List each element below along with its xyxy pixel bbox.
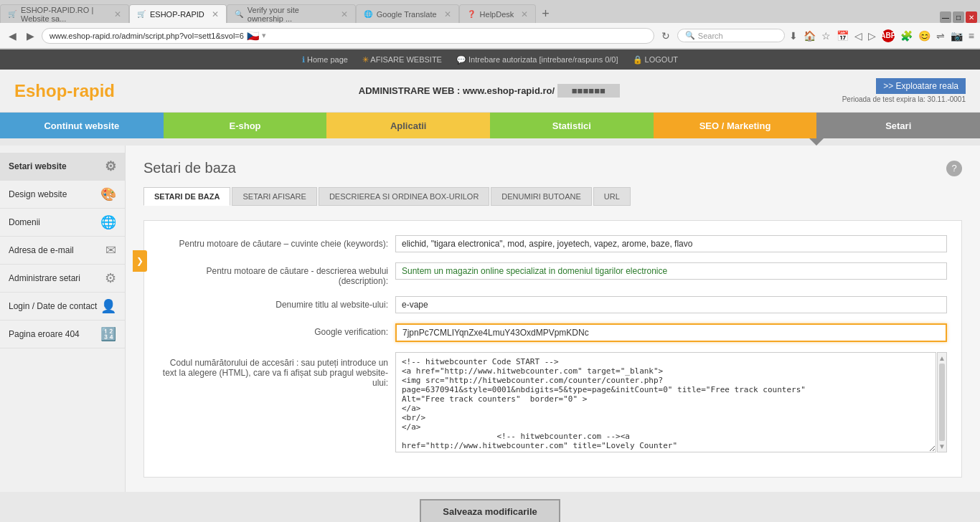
topnav-homepage-label: Home page bbox=[307, 55, 348, 64]
new-tab-button[interactable]: + bbox=[536, 4, 555, 23]
sync-icon[interactable]: ⇌ bbox=[936, 30, 945, 42]
counter-row: Codul numărătorului de accesări : sau pu… bbox=[159, 352, 947, 452]
header-right: >> Exploatare reala Perioada de test exp… bbox=[842, 78, 966, 103]
nav-tab-aplicatii[interactable]: Aplicatii bbox=[326, 113, 490, 138]
bookmark-icon[interactable]: ☆ bbox=[821, 30, 831, 42]
nav-tab-setari[interactable]: Setari bbox=[816, 113, 980, 138]
tab-setari-afisare[interactable]: SETARI AFISARE bbox=[232, 187, 316, 206]
search-box[interactable]: 🔍 Search bbox=[677, 29, 785, 42]
keywords-input[interactable] bbox=[395, 235, 947, 252]
email-icon: ✉ bbox=[105, 242, 116, 258]
addon-icon[interactable]: 🧩 bbox=[900, 30, 913, 42]
sidebar-item-adresa-email[interactable]: Adresa de e-mail ✉ bbox=[0, 237, 125, 265]
google-verification-field bbox=[395, 323, 947, 342]
history-icon[interactable]: 📅 bbox=[837, 30, 849, 42]
topnav-afisare-label: AFISARE WEBSITE bbox=[370, 55, 442, 64]
topnav-intrebare[interactable]: 💬 Intrebare autorizata [intrebare/raspun… bbox=[456, 55, 618, 65]
keywords-field bbox=[395, 235, 947, 252]
dropdown-icon[interactable]: ▾ bbox=[262, 31, 266, 40]
emoji-icon[interactable]: 😊 bbox=[918, 30, 930, 42]
tab-3-label: Verify your site ownership ... bbox=[248, 6, 334, 23]
browser-tab-1[interactable]: 🛒 ESHOP-RAPID.RO | Website sa... ✕ bbox=[0, 4, 129, 23]
sidebar-item-setari-website[interactable]: Setari website ⚙ bbox=[0, 153, 125, 181]
admin-label: ADMINISTRARE WEB : www.eshop-rapid.ro/ bbox=[359, 85, 555, 96]
sidebar-item-domenii[interactable]: Domenii 🌐 bbox=[0, 209, 125, 237]
tab-1-label: ESHOP-RAPID.RO | Website sa... bbox=[21, 6, 107, 23]
tab-5-label: HelpDesk bbox=[480, 10, 514, 19]
search-placeholder: Search bbox=[698, 32, 723, 40]
share-icon[interactable]: ▷ bbox=[868, 30, 876, 42]
sidebar: Setari website ⚙ Design website 🎨 Domeni… bbox=[0, 146, 126, 492]
tab-5-favicon: ❓ bbox=[467, 10, 476, 18]
error-icon: 🔢 bbox=[100, 326, 116, 342]
title-input[interactable] bbox=[395, 296, 947, 313]
gear-icon: ⚙ bbox=[105, 158, 116, 174]
back-button[interactable]: ◀ bbox=[6, 29, 19, 43]
tab-setari-baza[interactable]: SETARI DE BAZA bbox=[143, 187, 230, 206]
google-verification-input[interactable] bbox=[395, 323, 947, 342]
sidebar-label-design-website: Design website bbox=[9, 189, 67, 199]
sidebar-item-login[interactable]: Login / Date de contact 👤 bbox=[0, 293, 125, 321]
save-button[interactable]: Salveaza modificarile bbox=[420, 499, 560, 522]
browser-tab-2[interactable]: 🛒 ESHOP-RAPID ✕ bbox=[129, 4, 227, 23]
close-button[interactable]: ✕ bbox=[966, 11, 977, 23]
tab-url[interactable]: URL bbox=[593, 187, 631, 206]
sidebar-label-pagina-eroare: Pagina eroare 404 bbox=[9, 329, 80, 339]
app-logo: Eshop-rapid bbox=[14, 81, 115, 101]
forward-button[interactable]: ▶ bbox=[24, 29, 37, 43]
tab-descrierea-box[interactable]: DESCRIEREA SI ORDINEA BOX-URILOR bbox=[319, 187, 489, 206]
nav-tab-continut[interactable]: Continut website bbox=[0, 113, 164, 138]
address-bar[interactable]: www.eshop-rapid.ro/admin/script.php?vol=… bbox=[42, 28, 654, 44]
sidebar-label-login: Login / Date de contact bbox=[9, 301, 97, 311]
sidebar-collapse-button[interactable]: ❯ bbox=[133, 250, 147, 272]
nav-tab-statistici[interactable]: Statistici bbox=[490, 113, 654, 138]
language-flag: 🇨🇿 bbox=[247, 30, 259, 42]
refresh-button[interactable]: ↻ bbox=[659, 29, 673, 43]
tab-2-close[interactable]: ✕ bbox=[212, 9, 219, 19]
counter-field: ▲ ▼ bbox=[395, 352, 947, 452]
pocket-icon[interactable]: ◁ bbox=[854, 30, 862, 42]
browser-tab-3[interactable]: 🔍 Verify your site ownership ... ✕ bbox=[227, 4, 356, 23]
tab-denumiri-butoane[interactable]: DENUMIRI BUTOANE bbox=[491, 187, 591, 206]
topnav-homepage[interactable]: ℹ Home page bbox=[302, 55, 348, 65]
textarea-scrollbar[interactable]: ▲ ▼ bbox=[937, 352, 947, 452]
sidebar-item-pagina-eroare[interactable]: Pagina eroare 404 🔢 bbox=[0, 321, 125, 348]
tab-1-close[interactable]: ✕ bbox=[114, 9, 121, 19]
topnav-intrebare-label: Intrebare autorizata [intrebare/raspuns … bbox=[468, 55, 618, 64]
topnav-logout[interactable]: 🔒 LOGOUT bbox=[633, 55, 679, 65]
topnav-afisare[interactable]: ✳ AFISARE WEBSITE bbox=[362, 55, 442, 65]
menu-button[interactable]: ≡ bbox=[969, 30, 974, 42]
form-section: Pentru motoare de căutare – cuvinte chei… bbox=[143, 220, 962, 478]
description-label: Pentru motoare de căutare - descrierea w… bbox=[159, 262, 388, 286]
screenshot-icon[interactable]: 📷 bbox=[951, 30, 963, 42]
abp-icon[interactable]: ABP bbox=[882, 29, 895, 42]
sidebar-label-adresa-email: Adresa de e-mail bbox=[9, 245, 74, 255]
sidebar-label-setari-website: Setari website bbox=[9, 161, 67, 171]
star-icon: ✳ bbox=[362, 55, 369, 64]
title-row: Denumire titlu al website-ului: bbox=[159, 296, 947, 313]
nav-tab-seo[interactable]: SEO / Marketing bbox=[654, 113, 817, 138]
browser-tab-4[interactable]: 🌐 Google Translate ✕ bbox=[356, 4, 459, 23]
sidebar-item-administrare[interactable]: Administrare setari ⚙ bbox=[0, 265, 125, 293]
minimize-button[interactable]: — bbox=[940, 11, 951, 23]
tab-3-close[interactable]: ✕ bbox=[341, 9, 348, 19]
sidebar-item-design-website[interactable]: Design website 🎨 bbox=[0, 181, 125, 209]
title-label: Denumire titlu al website-ului: bbox=[159, 296, 388, 310]
download-icon[interactable]: ⬇ bbox=[789, 30, 798, 42]
tab-1-favicon: 🛒 bbox=[8, 10, 17, 18]
counter-textarea[interactable] bbox=[395, 352, 936, 452]
browser-tab-5[interactable]: ❓ HelpDesk ✕ bbox=[459, 4, 537, 23]
exploatare-button[interactable]: >> Exploatare reala bbox=[876, 78, 966, 94]
lock-icon: 🔒 bbox=[633, 55, 643, 64]
tab-5-close[interactable]: ✕ bbox=[521, 9, 528, 19]
description-input[interactable] bbox=[395, 262, 947, 280]
nav-tab-eshop[interactable]: E-shop bbox=[164, 113, 327, 138]
help-button[interactable]: ? bbox=[946, 161, 962, 176]
home-icon[interactable]: 🏠 bbox=[804, 30, 816, 42]
info-icon: ℹ bbox=[302, 55, 305, 64]
top-navigation: ℹ Home page ✳ AFISARE WEBSITE 💬 Intrebar… bbox=[0, 49, 980, 70]
google-verification-row: Google verification: bbox=[159, 323, 947, 342]
settings-icon: ⚙ bbox=[105, 270, 116, 286]
tab-4-close[interactable]: ✕ bbox=[444, 9, 451, 19]
maximize-button[interactable]: □ bbox=[953, 11, 964, 23]
